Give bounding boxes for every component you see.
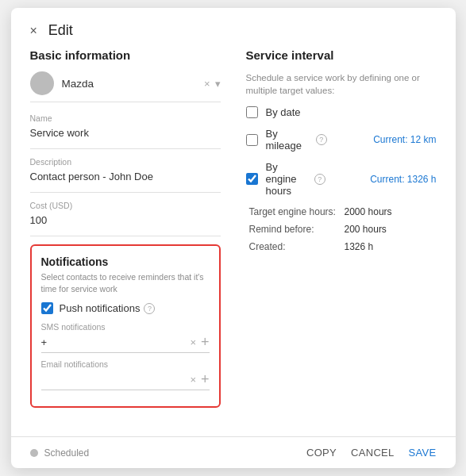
created-row: Created: 1326 h [246, 241, 437, 252]
created-label: Created: [249, 241, 345, 252]
push-notifications-label: Push notifications [60, 302, 141, 314]
name-field-group: Name Service work [30, 113, 221, 149]
description-field-group: Description Contact person - John Doe [30, 157, 221, 193]
modal-title: Edit [48, 22, 73, 39]
created-value: 1326 h [345, 241, 374, 252]
by-date-label: By date [266, 106, 437, 118]
email-input-row: × + [41, 372, 210, 390]
target-label: Target engine hours: [249, 206, 345, 217]
service-interval-title: Service interval [246, 48, 437, 62]
vehicle-dropdown-icon[interactable]: ▾ [215, 78, 221, 90]
by-engine-checkbox[interactable] [246, 173, 258, 185]
by-mileage-checkbox[interactable] [246, 134, 258, 146]
name-label: Name [30, 113, 221, 123]
right-column: Service interval Schedule a service work… [246, 48, 437, 424]
left-column: Basic information Mazda × ▾ Name Service… [30, 48, 221, 424]
by-engine-label: By engine hours [266, 161, 310, 197]
description-label: Description [30, 157, 221, 167]
modal-footer: Scheduled COPY CANCEL SAVE [11, 436, 456, 468]
by-engine-row: By engine hours ? Current: 1326 h [246, 161, 437, 197]
remind-before-row: Remind before: 200 hours [246, 224, 437, 235]
push-help-icon[interactable]: ? [144, 303, 155, 314]
mileage-help-icon[interactable]: ? [316, 134, 327, 145]
sms-input-row: × + [41, 335, 210, 353]
name-value[interactable]: Service work [30, 125, 221, 140]
by-mileage-label: By mileage [266, 128, 312, 152]
vehicle-name: Mazda [62, 78, 204, 90]
edit-modal: × Edit Basic information Mazda × ▾ Name … [11, 8, 456, 468]
sms-clear-icon[interactable]: × [190, 336, 196, 348]
email-add-icon[interactable]: + [201, 372, 210, 386]
vehicle-clear-icon[interactable]: × [204, 78, 210, 90]
mileage-current: Current: 12 km [373, 134, 436, 145]
cost-field-group: Cost (USD) 100 [30, 201, 221, 236]
vehicle-actions: × ▾ [204, 78, 221, 90]
vehicle-avatar [30, 71, 54, 95]
service-interval-subtitle: Schedule a service work by defining one … [246, 71, 437, 97]
save-button[interactable]: SAVE [409, 447, 437, 459]
notifications-title: Notifications [41, 255, 210, 268]
by-date-row: By date [246, 106, 437, 118]
close-icon[interactable]: × [30, 25, 37, 37]
remind-value: 200 hours [345, 224, 387, 235]
status-dot [30, 449, 38, 457]
by-mileage-row: By mileage ? Current: 12 km [246, 128, 437, 152]
description-value[interactable]: Contact person - John Doe [30, 169, 221, 184]
email-clear-icon[interactable]: × [190, 374, 196, 386]
push-notifications-checkbox[interactable] [41, 302, 53, 314]
sms-add-icon[interactable]: + [201, 335, 210, 349]
cost-label: Cost (USD) [30, 201, 221, 210]
sms-input[interactable] [41, 336, 186, 348]
notifications-box: Notifications Select contacts to receive… [30, 244, 221, 408]
remind-label: Remind before: [249, 224, 345, 235]
email-notification-row: Email notifications × + [41, 359, 210, 390]
push-notification-row: Push notifications ? [41, 302, 210, 314]
vehicle-selector: Mazda × ▾ [30, 71, 221, 102]
cancel-button[interactable]: CANCEL [351, 447, 395, 459]
target-engine-row: Target engine hours: 2000 hours [246, 206, 437, 217]
modal-header: × Edit [11, 8, 456, 48]
target-value: 2000 hours [345, 206, 392, 217]
email-input[interactable] [41, 374, 186, 386]
modal-body: Basic information Mazda × ▾ Name Service… [11, 48, 456, 436]
email-label: Email notifications [41, 359, 210, 369]
cost-value[interactable]: 100 [30, 213, 221, 228]
basic-info-title: Basic information [30, 48, 221, 62]
sms-notification-row: SMS notifications × + [41, 322, 210, 353]
status-label: Scheduled [44, 447, 90, 459]
footer-actions: COPY CANCEL SAVE [306, 447, 437, 459]
engine-help-icon[interactable]: ? [314, 174, 325, 185]
sms-label: SMS notifications [41, 322, 210, 332]
notifications-subtitle: Select contacts to receive reminders tha… [41, 271, 210, 294]
engine-current: Current: 1326 h [370, 174, 436, 185]
by-date-checkbox[interactable] [246, 106, 258, 118]
copy-button[interactable]: COPY [306, 447, 337, 459]
